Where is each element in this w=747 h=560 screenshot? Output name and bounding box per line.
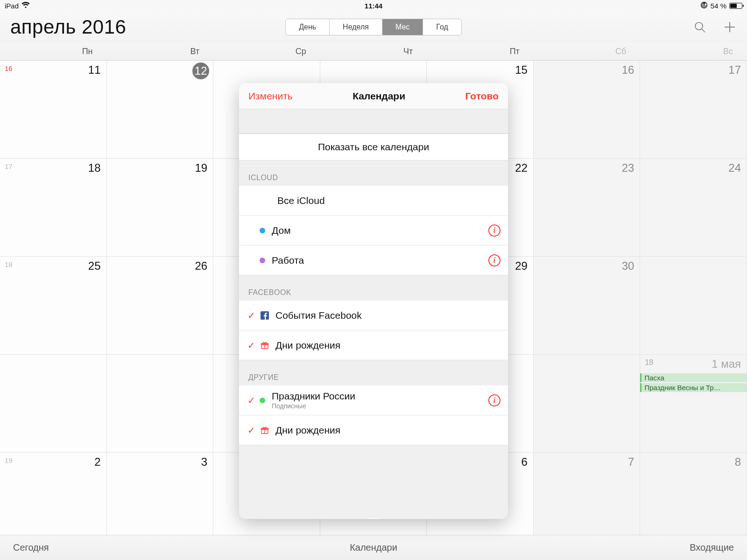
day-number: 24 [728, 161, 741, 175]
calendar-cell[interactable]: 1825 [0, 257, 107, 355]
day-number: 6 [521, 455, 527, 469]
calendar-row[interactable]: ✓Дни рождения [239, 330, 508, 360]
svg-line-3 [702, 29, 705, 32]
svg-rect-1 [704, 4, 705, 6]
bottom-toolbar: Сегодня Календари Входящие [0, 535, 747, 560]
facebook-icon [260, 311, 270, 320]
event[interactable]: Праздник Весны и Тр… [640, 383, 747, 392]
seg-year[interactable]: Год [423, 19, 461, 35]
calendar-cell[interactable] [0, 355, 107, 453]
color-dot-icon [260, 228, 265, 233]
calendar-cell[interactable]: 26 [107, 257, 214, 355]
svg-point-2 [695, 22, 703, 30]
popover-header: Изменить Календари Готово [239, 83, 508, 109]
weekday-thu: Чт [320, 43, 427, 60]
seg-week[interactable]: Неделя [330, 19, 382, 35]
calendar-row[interactable]: Домi [239, 216, 508, 245]
week-number: 18 [645, 358, 653, 367]
day-number: 26 [195, 259, 207, 273]
calendar-cell[interactable]: 23 [534, 159, 641, 257]
day-number: 29 [515, 259, 528, 273]
calendar-cell[interactable]: 12 [107, 61, 214, 159]
inbox-button[interactable]: Входящие [690, 542, 734, 553]
battery-text: 54 % [711, 2, 726, 10]
info-icon[interactable]: i [488, 254, 500, 266]
month-overflow-label: 1 мая [712, 357, 741, 371]
calendar-cell[interactable]: 17 [640, 61, 747, 159]
calendar-label: Все iCloud [277, 195, 325, 206]
info-icon[interactable]: i [488, 224, 500, 237]
seg-day[interactable]: День [286, 19, 330, 35]
weekday-header: Пн Вт Ср Чт Пт Сб Вс [0, 43, 747, 61]
calendar-cell[interactable]: 19 [107, 159, 214, 257]
weekday-sat: Сб [534, 43, 641, 60]
weekday-fri: Пт [427, 43, 534, 60]
weekday-tue: Вт [107, 43, 214, 60]
day-number: 16 [622, 63, 634, 77]
calendar-cell[interactable]: 181 маяПасхаПраздник Весны и Тр… [640, 355, 747, 453]
calendar-cell[interactable] [640, 257, 747, 355]
calendar-cell[interactable]: 1718 [0, 159, 107, 257]
seg-month[interactable]: Мес [382, 19, 423, 35]
day-number: 19 [195, 161, 207, 175]
calendar-label: Дни рождения [275, 340, 340, 351]
calendar-cell[interactable]: 1611 [0, 61, 107, 159]
calendar-label: Праздники РоссииПодписные [272, 391, 355, 410]
month-title: апрель 2016 [10, 16, 126, 38]
week-number: 19 [5, 456, 13, 464]
day-number: 12 [192, 63, 209, 79]
day-number: 25 [88, 259, 101, 273]
calendars-popover: Изменить Календари Готово Показать все к… [239, 83, 508, 519]
search-icon[interactable] [693, 20, 707, 34]
calendar-row[interactable]: ✓Дни рождения [239, 415, 508, 445]
calendar-label: Работа [272, 255, 304, 266]
calendar-cell[interactable]: 16 [534, 61, 641, 159]
week-number: 18 [5, 260, 13, 268]
day-number: 2 [94, 455, 100, 469]
battery-icon [729, 3, 742, 9]
add-icon[interactable] [723, 20, 737, 34]
calendar-row[interactable]: ✓События Facebook [239, 301, 508, 330]
checkmark-icon: ✓ [247, 310, 260, 321]
day-number: 30 [622, 259, 634, 273]
calendar-cell[interactable] [107, 355, 214, 453]
calendar-label: События Facebook [275, 310, 362, 321]
section-header: ICLOUD [239, 161, 508, 186]
section-header: ДРУГИЕ [239, 360, 508, 385]
checkmark-icon: ✓ [247, 425, 260, 436]
calendar-row[interactable]: Все iCloud [239, 186, 508, 216]
calendar-cell[interactable]: 30 [534, 257, 641, 355]
day-number: 18 [88, 161, 101, 175]
day-number: 7 [628, 455, 634, 469]
color-dot-icon [260, 398, 265, 403]
calendar-sublabel: Подписные [272, 402, 355, 410]
today-button[interactable]: Сегодня [13, 542, 49, 553]
done-button[interactable]: Готово [465, 91, 499, 102]
calendar-label: Дни рождения [275, 425, 340, 436]
show-all-calendars[interactable]: Показать все календари [239, 133, 508, 161]
calendar-cell[interactable] [534, 355, 641, 453]
day-number: 11 [88, 63, 101, 77]
weekday-sun: Вс [640, 43, 747, 60]
checkmark-icon: ✓ [247, 395, 260, 406]
popover-title: Календари [352, 91, 405, 102]
view-segmented-control: День Неделя Мес Год [285, 19, 462, 35]
popover-spacer [239, 109, 508, 133]
top-nav: апрель 2016 День Неделя Мес Год [0, 11, 747, 43]
calendar-row[interactable]: ✓Праздники РоссииПодписныеi [239, 385, 508, 415]
calendars-button[interactable]: Календари [350, 542, 397, 553]
edit-button[interactable]: Изменить [248, 91, 293, 102]
popover-scroll[interactable]: Показать все календари ICLOUDВсе iCloudД… [239, 109, 508, 519]
color-dot-icon [260, 258, 265, 263]
day-number: 17 [728, 63, 741, 77]
day-number: 3 [201, 455, 207, 469]
calendar-row[interactable]: Работаi [239, 245, 508, 275]
day-number: 8 [735, 455, 741, 469]
info-icon[interactable]: i [488, 394, 500, 406]
day-number: 23 [622, 161, 634, 175]
event[interactable]: Пасха [640, 373, 747, 382]
section-header: FACEBOOK [239, 275, 508, 301]
weekday-wed: Ср [213, 43, 320, 60]
weekday-mon: Пн [0, 43, 107, 60]
calendar-cell[interactable]: 24 [640, 159, 747, 257]
